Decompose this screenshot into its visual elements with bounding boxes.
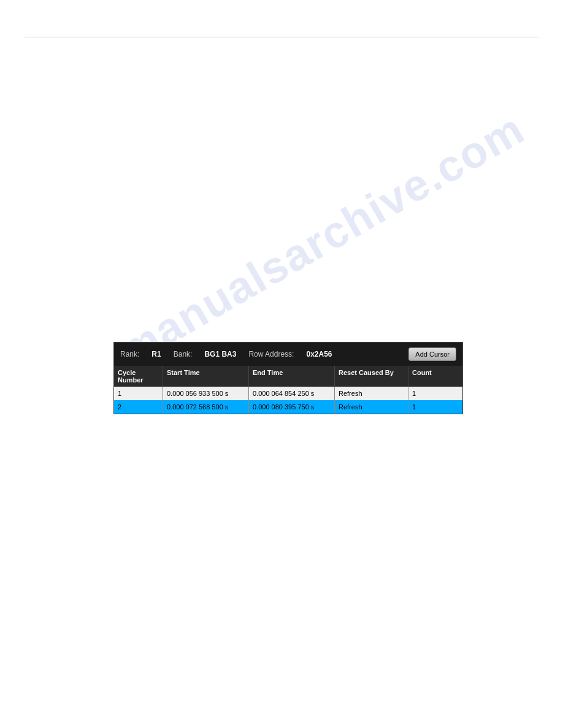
col-header-end-time: End Time bbox=[249, 366, 335, 387]
end-time-cell: 0.000 080 395 750 s bbox=[249, 400, 335, 414]
count-cell: 1 bbox=[408, 400, 445, 414]
col-header-start-time: Start Time bbox=[163, 366, 249, 387]
rank-label: Rank: bbox=[120, 350, 139, 358]
reset-caused-by-cell: Refresh bbox=[335, 387, 408, 400]
watermark: manualsarchive.com bbox=[110, 103, 533, 376]
bank-label: Bank: bbox=[174, 350, 193, 358]
col-header-cycle-number: Cycle Number bbox=[114, 366, 163, 387]
data-panel: Rank: R1 Bank: BG1 BA3 Row Address: 0x2A… bbox=[113, 342, 463, 414]
count-cell: 1 bbox=[408, 387, 445, 400]
add-cursor-button[interactable]: Add Cursor bbox=[408, 347, 456, 361]
rank-value: R1 bbox=[151, 350, 161, 358]
table-row[interactable]: 10.000 056 933 500 s0.000 064 854 250 sR… bbox=[114, 387, 462, 400]
table-header-row: Cycle Number Start Time End Time Reset C… bbox=[114, 366, 462, 387]
table-row[interactable]: 20.000 072 568 500 s0.000 080 395 750 sR… bbox=[114, 400, 462, 414]
data-table: Cycle Number Start Time End Time Reset C… bbox=[114, 366, 462, 414]
row-address-label: Row Address: bbox=[248, 350, 294, 358]
reset-caused-by-cell: Refresh bbox=[335, 400, 408, 414]
row-address-value: 0x2A56 bbox=[306, 350, 332, 358]
table-body: 10.000 056 933 500 s0.000 064 854 250 sR… bbox=[114, 387, 462, 414]
col-header-count: Count bbox=[408, 366, 445, 387]
top-divider bbox=[25, 37, 538, 37]
start-time-cell: 0.000 056 933 500 s bbox=[163, 387, 249, 400]
start-time-cell: 0.000 072 568 500 s bbox=[163, 400, 249, 414]
cycle-number-cell: 1 bbox=[114, 387, 163, 400]
bank-value: BG1 BA3 bbox=[204, 350, 236, 358]
panel-header: Rank: R1 Bank: BG1 BA3 Row Address: 0x2A… bbox=[114, 343, 462, 366]
cycle-number-cell: 2 bbox=[114, 400, 163, 414]
panel-header-info: Rank: R1 Bank: BG1 BA3 Row Address: 0x2A… bbox=[120, 350, 332, 358]
end-time-cell: 0.000 064 854 250 s bbox=[249, 387, 335, 400]
col-header-reset-caused-by: Reset Caused By bbox=[335, 366, 408, 387]
